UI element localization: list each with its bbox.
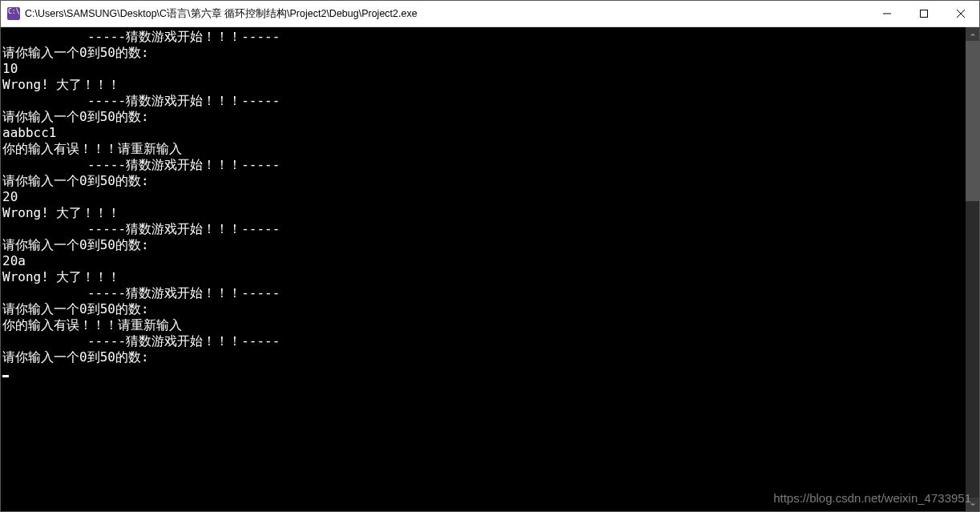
app-window: C:\Users\SAMSUNG\Desktop\C语言\第六章 循环控制结构\… <box>0 0 980 512</box>
text-cursor <box>2 375 9 377</box>
window-controls <box>869 1 979 26</box>
window-title: C:\Users\SAMSUNG\Desktop\C语言\第六章 循环控制结构\… <box>25 7 869 21</box>
client-area: -----猜数游戏开始！！！----- 请你输入一个0到50的数: 10 Wro… <box>1 27 979 511</box>
scroll-thumb[interactable] <box>966 41 979 201</box>
chevron-down-icon <box>970 502 976 508</box>
minimize-button[interactable] <box>869 1 905 26</box>
svg-rect-1 <box>921 10 928 18</box>
vertical-scrollbar[interactable] <box>966 27 979 511</box>
scroll-up-button[interactable] <box>966 27 979 41</box>
title-bar[interactable]: C:\Users\SAMSUNG\Desktop\C语言\第六章 循环控制结构\… <box>1 1 979 27</box>
scroll-down-button[interactable] <box>966 498 979 511</box>
console-text: -----猜数游戏开始！！！----- 请你输入一个0到50的数: 10 Wro… <box>2 29 280 365</box>
app-icon <box>7 7 20 20</box>
minimize-icon <box>883 10 891 18</box>
maximize-icon <box>920 10 928 18</box>
close-icon <box>957 10 965 18</box>
close-button[interactable] <box>942 1 979 26</box>
chevron-up-icon <box>970 31 976 38</box>
maximize-button[interactable] <box>905 1 942 26</box>
console-output[interactable]: -----猜数游戏开始！！！----- 请你输入一个0到50的数: 10 Wro… <box>1 27 966 511</box>
